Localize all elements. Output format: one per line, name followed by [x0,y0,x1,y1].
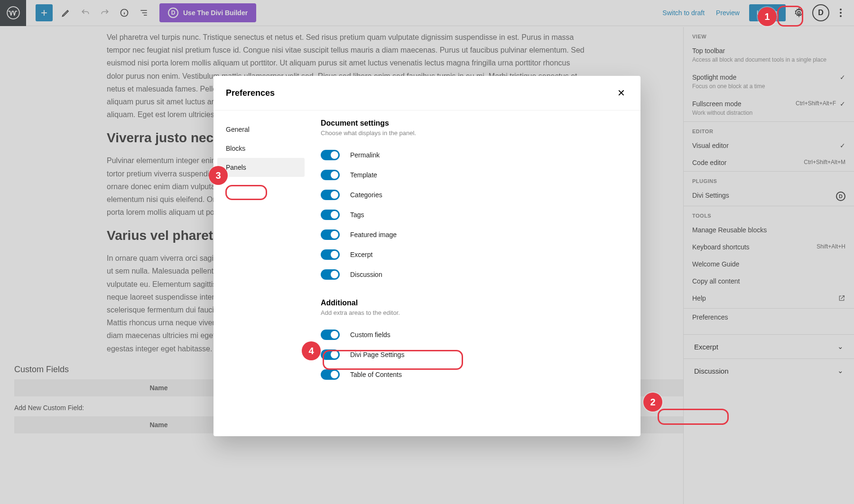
annotation-badge-4: 4 [302,341,321,360]
toggle-label: Tags [350,211,364,219]
toggle-label: Custom fields [350,331,390,339]
highlight-box [777,6,803,27]
nav-tab-general[interactable]: General [217,120,305,139]
toggle-label: Featured image [350,231,397,238]
section-heading: Document settings [321,119,628,128]
preferences-nav: General Blocks Panels [214,110,308,443]
toggle-table-of-contents[interactable] [321,369,340,380]
highlight-box [658,409,729,425]
toggle-tags[interactable] [321,210,340,220]
modal-title: Preferences [226,88,275,98]
toggle-label: Categories [350,191,382,199]
toggle-label: Excerpt [350,251,372,258]
highlight-box [323,350,463,370]
toggle-label: Template [350,171,377,179]
toggle-label: Discussion [350,271,382,278]
annotation-badge-2: 2 [643,393,662,412]
toggle-excerpt[interactable] [321,249,340,260]
section-description: Choose what displays in the panel. [321,129,628,137]
preferences-content: Document settings Choose what displays i… [308,110,640,443]
preferences-modal: Preferences ✕ General Blocks Panels Docu… [214,76,640,436]
annotation-badge-1: 1 [758,7,777,26]
nav-tab-blocks[interactable]: Blocks [217,139,305,158]
section-heading: Additional [321,299,628,307]
toggle-permalink[interactable] [321,150,340,160]
toggle-discussion[interactable] [321,269,340,280]
nav-tab-panels[interactable]: Panels [217,158,305,177]
highlight-box [225,185,267,200]
toggle-custom-fields[interactable] [321,330,340,340]
toggle-label: Table of Contents [350,371,402,378]
toggle-template[interactable] [321,170,340,180]
toggle-categories[interactable] [321,190,340,200]
section-description: Add extra areas to the editor. [321,309,628,316]
toggle-featured-image[interactable] [321,229,340,240]
close-icon[interactable]: ✕ [614,84,628,101]
toggle-label: Permalink [350,151,380,159]
annotation-badge-3: 3 [209,166,228,185]
